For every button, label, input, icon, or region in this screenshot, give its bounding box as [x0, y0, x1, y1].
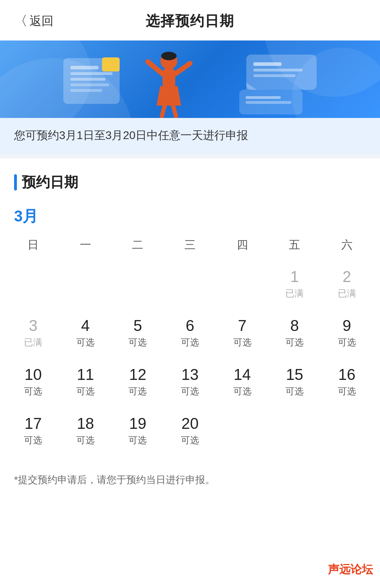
watermark: 声远论坛: [328, 562, 373, 577]
day-number: 9: [342, 318, 351, 333]
back-button[interactable]: 〈 返回: [14, 12, 53, 30]
svg-rect-12: [253, 74, 296, 77]
svg-rect-3: [70, 66, 99, 69]
svg-line-23: [173, 106, 176, 116]
day-cell[interactable]: 4可选: [59, 309, 112, 358]
day-status: 可选: [128, 434, 147, 446]
day-cell[interactable]: 8可选: [268, 309, 321, 358]
day-cell[interactable]: 11可选: [59, 358, 112, 407]
title-accent-bar: [14, 174, 17, 190]
day-number: 19: [129, 416, 146, 431]
day-number: 16: [338, 367, 355, 382]
svg-rect-16: [246, 101, 291, 104]
day-number: 1: [290, 269, 299, 284]
day-number: 12: [129, 367, 146, 382]
day-status: 已满: [24, 336, 42, 349]
day-status: 可选: [338, 336, 356, 349]
weekday-thu: 四: [216, 237, 268, 253]
day-status: 可选: [233, 336, 252, 349]
day-cell[interactable]: 7可选: [216, 309, 268, 358]
day-cell[interactable]: 12可选: [112, 358, 164, 407]
svg-rect-5: [70, 78, 106, 81]
day-cell[interactable]: 9可选: [321, 309, 373, 358]
chevron-left-icon: 〈: [14, 12, 27, 30]
svg-rect-9: [246, 55, 317, 90]
day-status: 可选: [76, 434, 95, 446]
weekday-tue: 二: [112, 237, 164, 253]
day-status: 可选: [24, 434, 42, 446]
day-cell: [7, 260, 59, 309]
info-text: 您可预约3月1日至3月20日中任意一天进行申报: [14, 129, 248, 142]
section-title-container: 预约日期: [14, 173, 366, 192]
svg-rect-6: [70, 83, 109, 86]
day-cell: [216, 407, 268, 456]
banner: [0, 40, 380, 118]
footer-note: *提交预约申请后，请您于预约当日进行申报。: [0, 456, 380, 501]
days-grid: 1已满2已满3已满4可选5可选6可选7可选8可选9可选10可选11可选12可选1…: [7, 260, 373, 456]
day-number: 3: [29, 318, 37, 333]
weekday-sun: 日: [7, 237, 59, 253]
svg-rect-8: [102, 57, 120, 71]
day-number: 10: [25, 367, 42, 382]
day-status: 可选: [285, 385, 304, 398]
day-number: 13: [182, 367, 199, 382]
day-status: 可选: [181, 385, 199, 398]
day-status: 可选: [24, 385, 42, 398]
section-divider: [0, 154, 380, 158]
banner-illustration: [0, 40, 380, 118]
svg-rect-7: [70, 89, 102, 92]
back-label: 返回: [30, 13, 53, 29]
day-cell[interactable]: 10可选: [7, 358, 59, 407]
day-number: 4: [81, 318, 90, 333]
day-cell[interactable]: 16可选: [321, 358, 373, 407]
day-status: 可选: [76, 336, 95, 349]
day-number: 5: [133, 318, 142, 333]
day-cell: [268, 407, 321, 456]
day-cell[interactable]: 17可选: [7, 407, 59, 456]
footer-note-text: *提交预约申请后，请您于预约当日进行申报。: [14, 474, 215, 485]
day-number: 2: [342, 269, 351, 284]
day-cell: 2已满: [321, 260, 373, 309]
day-cell[interactable]: 20可选: [164, 407, 216, 456]
weekday-wed: 三: [164, 237, 216, 253]
day-number: 8: [290, 318, 299, 333]
svg-rect-11: [253, 69, 303, 71]
day-cell: 3已满: [7, 309, 59, 358]
day-cell: [164, 260, 216, 309]
svg-marker-19: [157, 86, 181, 106]
watermark-text: 声远论坛: [328, 563, 373, 576]
svg-line-20: [148, 62, 163, 74]
svg-rect-15: [246, 96, 281, 99]
day-number: 20: [182, 416, 199, 431]
day-status: 可选: [181, 434, 199, 446]
day-cell[interactable]: 5可选: [112, 309, 164, 358]
day-status: 可选: [128, 336, 147, 349]
day-cell[interactable]: 13可选: [164, 358, 216, 407]
day-number: 11: [77, 367, 94, 382]
day-status: 可选: [233, 385, 252, 398]
month-label: 3月: [0, 202, 380, 234]
day-cell[interactable]: 6可选: [164, 309, 216, 358]
info-bar: 您可预约3月1日至3月20日中任意一天进行申报: [0, 118, 380, 154]
day-number: 17: [25, 416, 42, 431]
day-cell[interactable]: 15可选: [268, 358, 321, 407]
day-cell: [216, 260, 268, 309]
day-cell: 1已满: [268, 260, 321, 309]
calendar: 日 一 二 三 四 五 六 1已满2已满3已满4可选5可选6可选7可选8可选9可…: [0, 234, 380, 456]
svg-line-21: [175, 63, 190, 74]
weekday-mon: 一: [59, 237, 112, 253]
day-status: 可选: [181, 336, 199, 349]
day-number: 15: [286, 367, 303, 382]
header: 〈 返回 选择预约日期: [0, 0, 380, 40]
day-cell[interactable]: 14可选: [216, 358, 268, 407]
day-cell[interactable]: 19可选: [112, 407, 164, 456]
section-title-label: 预约日期: [22, 173, 78, 192]
weekday-fri: 五: [268, 237, 321, 253]
svg-line-22: [162, 106, 165, 116]
day-status: 已满: [285, 287, 304, 300]
day-cell: [112, 260, 164, 309]
day-cell[interactable]: 18可选: [59, 407, 112, 456]
day-number: 14: [234, 367, 251, 382]
weekday-sat: 六: [321, 237, 373, 253]
day-cell: [321, 407, 373, 456]
